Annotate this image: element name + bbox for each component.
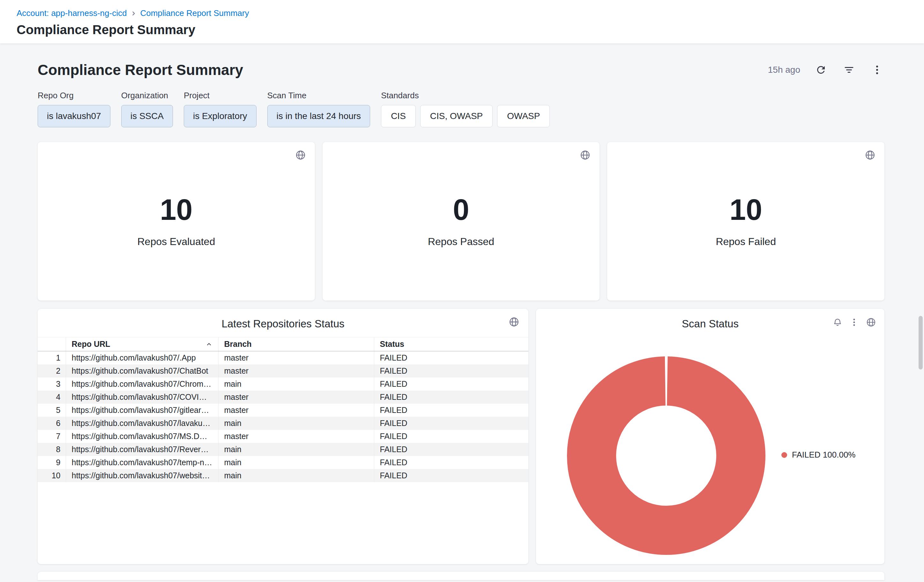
filter-chip-organization[interactable]: is SSCA: [121, 105, 173, 127]
filter-group-organization: Organization is SSCA: [121, 91, 173, 127]
repo-url-cell: https://github.com/lavakush07/lavakush…: [66, 417, 218, 430]
row-number: 3: [38, 378, 66, 391]
standards-option-owasp[interactable]: OWASP: [497, 105, 550, 127]
stat-label: Repos Failed: [716, 236, 776, 247]
status-cell: FAILED: [374, 351, 528, 364]
filter-label: Project: [184, 91, 257, 101]
branch-cell: main: [218, 443, 374, 456]
breadcrumb: Account: app-harness-ng-cicd › Complianc…: [16, 8, 924, 18]
branch-cell: master: [218, 430, 374, 443]
filter-label: Repo Org: [38, 91, 111, 101]
scan-status-title: Scan Status: [536, 309, 884, 330]
breadcrumb-page-link[interactable]: Compliance Report Summary: [140, 8, 249, 18]
filter-label: Standards: [381, 91, 550, 101]
filter-bar: Repo Org is lavakush07 Organization is S…: [38, 91, 884, 127]
row-number: 10: [38, 469, 66, 482]
row-number: 1: [38, 351, 66, 364]
stat-cards-row: 10 Repos Evaluated 0 Repos Passed 10 Rep…: [38, 142, 884, 300]
stat-value: 10: [160, 195, 192, 224]
alert-bell-icon[interactable]: [833, 318, 842, 327]
table-row: 8 https://github.com/lavakush07/Reverse-…: [38, 443, 528, 456]
table-card-title: Latest Repositories Status: [38, 309, 528, 330]
status-cell: FAILED: [374, 391, 528, 404]
repositories-table: Repo URL Branch Status 1 https://github.…: [38, 337, 528, 482]
stat-card-repos-evaluated: 10 Repos Evaluated: [38, 142, 315, 300]
status-cell: FAILED: [374, 404, 528, 417]
standards-option-cis[interactable]: CIS: [381, 105, 416, 127]
stat-value: 0: [453, 195, 469, 224]
sort-ascending-icon: [205, 341, 213, 348]
filter-chip-scan-time[interactable]: is in the last 24 hours: [267, 105, 370, 127]
table-row: 10 https://github.com/lavakush07/website…: [38, 469, 528, 482]
more-options-icon[interactable]: [849, 318, 859, 327]
repo-url-cell: https://github.com/lavakush07/gitlearni…: [66, 404, 218, 417]
globe-icon[interactable]: [866, 317, 876, 327]
more-options-icon[interactable]: [870, 63, 884, 77]
legend-item-failed[interactable]: FAILED 100.00%: [781, 450, 855, 460]
legend-swatch: [781, 452, 787, 458]
top-header: Account: app-harness-ng-cicd › Complianc…: [0, 0, 924, 43]
breadcrumb-chevron-icon: ›: [132, 8, 135, 18]
repo-url-cell: https://github.com/lavakush07/Reverse-…: [66, 443, 218, 456]
stat-value: 10: [729, 195, 762, 224]
stat-label: Repos Evaluated: [137, 236, 215, 247]
column-header-branch[interactable]: Branch: [218, 337, 374, 351]
repo-url-cell: https://github.com/lavakush07/website-1: [66, 469, 218, 482]
table-row: 9 https://github.com/lavakush07/temp-no……: [38, 456, 528, 469]
table-header-row: Repo URL Branch Status: [38, 337, 528, 351]
refresh-icon[interactable]: [813, 63, 828, 77]
globe-icon[interactable]: [295, 150, 306, 160]
filter-group-repo-org: Repo Org is lavakush07: [38, 91, 111, 127]
row-number: 6: [38, 417, 66, 430]
repo-url-cell: https://github.com/lavakush07/MS.DHO…: [66, 430, 218, 443]
legend-label: FAILED 100.00%: [792, 450, 855, 460]
filter-icon[interactable]: [842, 63, 856, 77]
dashboard-title: Compliance Report Summary: [38, 61, 243, 79]
filter-chip-project[interactable]: is Exploratory: [184, 105, 257, 127]
branch-cell: master: [218, 351, 374, 364]
dashboard-header: Compliance Report Summary 15h ago: [38, 61, 884, 79]
globe-icon[interactable]: [508, 317, 520, 327]
dashboard-controls: 15h ago: [768, 63, 884, 77]
status-cell: FAILED: [374, 364, 528, 378]
globe-icon[interactable]: [580, 150, 591, 160]
stat-label: Repos Passed: [428, 236, 494, 247]
breadcrumb-account-link[interactable]: Account: app-harness-ng-cicd: [16, 8, 127, 18]
branch-cell: master: [218, 364, 374, 378]
repo-url-cell: https://github.com/lavakush07/ChatBot: [66, 364, 218, 378]
row-number: 4: [38, 391, 66, 404]
status-cell: FAILED: [374, 417, 528, 430]
table-row: 7 https://github.com/lavakush07/MS.DHO… …: [38, 430, 528, 443]
dashboard-surface: Compliance Report Summary 15h ago Repo O…: [0, 43, 924, 582]
filter-chip-repo-org[interactable]: is lavakush07: [38, 105, 111, 127]
repo-url-cell: https://github.com/lavakush07/temp-no…: [66, 456, 218, 469]
status-cell: FAILED: [374, 469, 528, 482]
stat-card-repos-failed: 10 Repos Failed: [607, 142, 884, 300]
scan-card-toolbar: [833, 317, 876, 327]
branch-cell: master: [218, 404, 374, 417]
next-card-peek: [38, 572, 884, 580]
last-refreshed-timestamp: 15h ago: [768, 65, 800, 75]
table-row: 2 https://github.com/lavakush07/ChatBot …: [38, 364, 528, 378]
standards-option-cis-owasp[interactable]: CIS, OWASP: [420, 105, 493, 127]
filter-group-project: Project is Exploratory: [184, 91, 257, 127]
filter-label: Scan Time: [267, 91, 370, 101]
branch-cell: main: [218, 469, 374, 482]
table-row: 3 https://github.com/lavakush07/Chrome-……: [38, 378, 528, 391]
column-header-repo-url[interactable]: Repo URL: [66, 337, 218, 351]
scan-status-donut-chart: [564, 354, 768, 558]
branch-cell: master: [218, 391, 374, 404]
branch-cell: main: [218, 417, 374, 430]
status-cell: FAILED: [374, 443, 528, 456]
row-number: 8: [38, 443, 66, 456]
scan-status-donut-segment-failed[interactable]: [592, 381, 741, 530]
globe-icon[interactable]: [865, 150, 876, 160]
row-number: 7: [38, 430, 66, 443]
table-row: 5 https://github.com/lavakush07/gitlearn…: [38, 404, 528, 417]
column-header-status[interactable]: Status: [374, 337, 528, 351]
repo-url-cell: https://github.com/lavakush07/COVID_T…: [66, 391, 218, 404]
page-title: Compliance Report Summary: [16, 23, 924, 37]
filter-label: Organization: [121, 91, 173, 101]
vertical-scrollbar-thumb[interactable]: [919, 316, 923, 369]
repo-url-cell: https://github.com/lavakush07/.App: [66, 351, 218, 364]
